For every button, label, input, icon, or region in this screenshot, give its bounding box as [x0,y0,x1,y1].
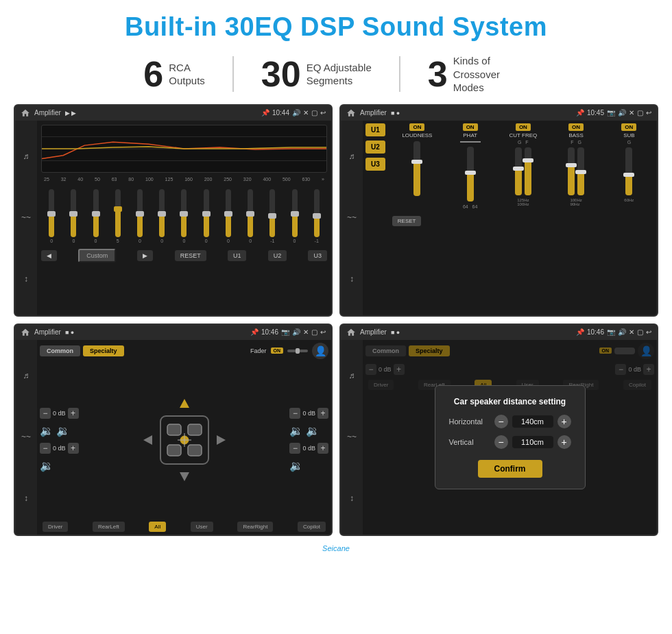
horizontal-minus-btn[interactable]: − [494,415,508,428]
fader-on-badge: ON [271,348,284,354]
plus-btn-tr[interactable]: + [317,408,328,419]
eq-label-7: 125 [165,177,173,182]
stat-crossover: 3 Kinds ofCrossover Modes [400,54,556,95]
tab-common[interactable]: Common [40,345,80,356]
vertical-value: 110cm [512,436,553,448]
svg-rect-10 [167,424,181,435]
page-title: Built-in 30EQ DSP Sound System [14,12,658,42]
svg-marker-7 [143,435,152,445]
status-left-amp: Amplifier ■ ● [346,108,400,118]
minus-btn-tr[interactable]: − [289,408,300,419]
u2-btn[interactable]: U2 [365,141,385,154]
common-icon-3[interactable]: ↕ [19,491,33,505]
cutfreq-slider-1[interactable] [515,147,522,195]
reset-button-eq[interactable]: RESET [175,250,206,261]
common-icon-1[interactable]: ♬ [19,369,33,382]
db-row-bot-right: − 0 dB + [289,443,328,454]
eq-label-13: 500 [283,177,291,182]
stat-number-eq: 30 [261,56,301,92]
home-icon-common [21,328,30,337]
x-icon-dialog: ✕ [629,328,634,336]
loudness-on-badge: ON [409,123,424,131]
watermark: Seicane [0,543,672,555]
common-icon-2[interactable]: ~~ [19,430,33,443]
bass-control: ON BASS F G [551,123,601,209]
eq-label-3: 50 [95,177,100,182]
tab-specialty[interactable]: Specialty [83,345,124,356]
rear-left-btn[interactable]: RearLeft [93,522,125,532]
prev-button[interactable]: ◀ [41,250,57,261]
watermark-text: Seicane [322,544,350,552]
dialog-icon-1[interactable]: ♬ [345,369,359,382]
x-icon-amp: ✕ [629,109,634,117]
page-header: Built-in 30EQ DSP Sound System [0,0,672,49]
minus-btn-tl[interactable]: − [40,408,51,419]
rear-right-btn[interactable]: RearRight [237,522,273,532]
copilot-btn[interactable]: Copilot [298,522,326,532]
amp-icon-2[interactable]: ~~ [345,210,359,224]
u2-button-eq[interactable]: U2 [268,250,287,261]
app-title-eq: Amplifier [34,109,61,117]
confirm-button[interactable]: Confirm [478,460,542,478]
eq-slider-10: -1 [269,189,275,243]
next-button[interactable]: ▶ [137,250,153,261]
record-icons-common: ■ ● [65,329,74,336]
minus-btn-br[interactable]: − [289,443,300,454]
svg-marker-8 [217,435,226,445]
eq-label-0: 25 [44,177,49,182]
speaker-icon-right-top: 🔉 🔉 [289,424,328,437]
reset-btn-amp[interactable]: RESET [392,216,422,226]
phat-slider[interactable] [467,147,474,202]
amp-icon-3[interactable]: ↕ [345,272,359,286]
plus-btn-tl[interactable]: + [68,408,79,419]
dialog-icon-2[interactable]: ~~ [345,430,359,443]
loudness-slider[interactable] [413,141,420,196]
u3-button-eq[interactable]: U3 [308,250,327,261]
vertical-minus-btn[interactable]: − [494,435,508,449]
vertical-control: − 110cm + [494,435,571,449]
amp-icon-1[interactable]: ♬ [345,149,359,163]
window-icon-dialog: ▢ [637,328,643,336]
bass-slider-1[interactable] [568,147,575,195]
status-bar-common: Amplifier ■ ● 📌 10:46 📷 🔊 ✕ ▢ ↩ [15,325,331,340]
home-icon-dialog [346,328,356,337]
x-icon-eq: ✕ [303,109,309,117]
eq-label-5: 80 [128,177,134,182]
custom-label[interactable]: Custom [78,249,116,263]
all-btn[interactable]: All [149,522,166,532]
sub-label: SUB [623,132,634,138]
u3-btn[interactable]: U3 [365,158,385,171]
app-title-amp: Amplifier [360,109,387,117]
screens-grid: Amplifier ▶ ▶ 📌 10:44 🔊 ✕ ▢ ↩ ♬ ~~ ↕ [0,104,672,543]
eq-icon-1[interactable]: ♬ [19,149,33,163]
driver-btn[interactable]: Driver [43,522,68,532]
u1-button-eq[interactable]: U1 [228,250,247,261]
eq-icon-3[interactable]: ↕ [19,272,33,286]
eq-slider-1: 0 [71,189,76,243]
dialog-icon-3[interactable]: ↕ [345,491,359,505]
time-dialog: 10:46 [587,328,604,336]
plus-btn-bl[interactable]: + [68,443,79,454]
common-content: ♬ ~~ ↕ Common Specialty Fader ON [15,340,331,535]
cutfreq-freq-labels: 125Hz100Hz [517,198,529,206]
horizontal-plus-btn[interactable]: + [557,415,571,428]
user-btn[interactable]: User [191,522,213,532]
sub-slider[interactable] [625,147,632,195]
speaker-icon-left-top: 🔉 🔉 [40,424,79,437]
eq-icon-2[interactable]: ~~ [19,210,33,224]
cutfreq-slider-2[interactable] [525,147,531,195]
eq-content: ♬ ~~ ↕ [15,121,331,315]
status-left-common: Amplifier ■ ● [21,328,74,337]
minus-btn-bl[interactable]: − [40,443,51,454]
fader-label: Fader [250,348,267,354]
eq-slider-12: -1 [314,189,320,243]
eq-bottom: ◀ Custom ▶ RESET U1 U2 U3 [41,249,327,263]
phat-control: ON PHAT 64 64 [445,123,495,209]
vertical-plus-btn[interactable]: + [557,435,571,449]
u1-btn[interactable]: U1 [365,123,385,136]
right-controls: − 0 dB + 🔉 🔉 − 0 dB + [289,408,328,472]
plus-btn-br[interactable]: + [317,443,328,454]
svg-rect-12 [167,445,181,456]
eq-expand-icon[interactable]: » [322,177,324,182]
bass-slider-2[interactable] [577,147,584,195]
